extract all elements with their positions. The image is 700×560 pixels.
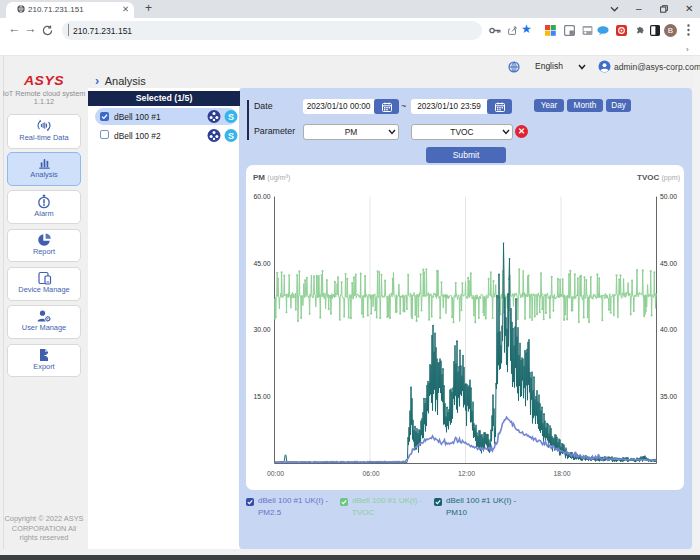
svg-text:18:00: 18:00 [553, 470, 570, 477]
svg-text:S: S [228, 131, 234, 141]
svg-text:30.00: 30.00 [253, 326, 270, 333]
svg-text:35.00: 35.00 [660, 393, 677, 400]
svg-text:45.00: 45.00 [253, 260, 270, 267]
svg-text:12:00: 12:00 [458, 470, 475, 477]
svg-text:40.00: 40.00 [660, 326, 677, 333]
svg-text:15.00: 15.00 [253, 393, 270, 400]
svg-text:S: S [228, 112, 234, 122]
svg-text:06:00: 06:00 [362, 470, 379, 477]
svg-text:50.00: 50.00 [660, 193, 677, 200]
svg-text:45.00: 45.00 [660, 260, 677, 267]
svg-text:00:00: 00:00 [267, 470, 284, 477]
svg-text:60.00: 60.00 [253, 193, 270, 200]
